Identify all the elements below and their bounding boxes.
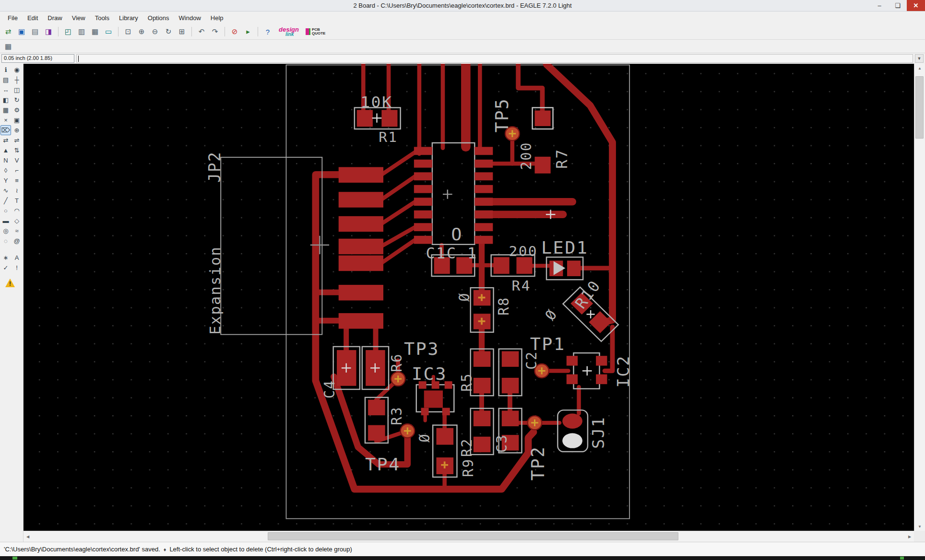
command-bar: 0.05 inch (2.00 1.85) ▼ [0,53,925,64]
menu-view[interactable]: View [67,12,90,23]
zoom-select-button[interactable]: ⊞ [176,26,188,38]
redo-button[interactable]: ↷ [209,26,221,38]
tool-add-button[interactable]: ⊕ [12,125,22,135]
tool-attribute-button[interactable]: @ [12,236,22,246]
sheet-thumbnail-button[interactable]: ◰ [62,26,74,38]
designlink-logo[interactable]: design link [279,27,299,36]
tool-signal-button[interactable]: ≈ [12,226,22,236]
tool-name-button[interactable]: N [0,155,11,165]
zoom-redraw-button[interactable]: ↻ [162,26,175,38]
menu-help[interactable]: Help [206,12,228,23]
monitor-button[interactable]: ▭ [102,26,115,38]
tool-split-button[interactable]: Y [0,175,11,186]
taskbar-app-icon[interactable] [12,557,17,560]
pcbquote-logo-line2: QUOTE [312,31,325,35]
tool-miter-button[interactable]: ⌐ [12,165,22,175]
title-bar: 2 Board - C:\Users\Bry\Documents\eagle\c… [0,0,925,12]
tool-arc-button[interactable]: ◠ [12,206,22,216]
scroll-up-button[interactable]: ▲ [914,64,925,72]
menu-options[interactable]: Options [143,12,174,23]
taskbar-tray-icon[interactable] [900,557,904,560]
close-button[interactable]: ✕ [907,0,925,11]
menu-file[interactable]: File [3,12,23,23]
tool-value-button[interactable]: V [12,155,22,165]
vertical-scroll-thumb[interactable] [915,76,924,139]
display-layers-button[interactable]: ▥ [75,26,88,38]
save-button[interactable]: ▣ [15,26,28,38]
tool-hole-button[interactable]: ◌ [0,236,11,246]
taskbar-sliver[interactable] [0,556,925,560]
tool-lock-button[interactable]: ▲ [0,145,11,155]
board-canvas[interactable]: 10K R1 TP5 200 R7 JP2 Expansion C1C 1 O … [24,64,914,531]
tool-mirror-button[interactable]: ◧ [0,95,11,105]
grid-settings-button[interactable]: ▦ [89,26,101,38]
command-history-dropdown[interactable]: ▼ [915,54,924,63]
menu-edit[interactable]: Edit [23,12,43,23]
tool-replace-button[interactable]: ⇌ [12,135,22,145]
pcb-drawing[interactable]: 10K R1 TP5 200 R7 JP2 Expansion C1C 1 O … [24,64,914,531]
label-ic2: IC2 [614,355,633,387]
tool-paste-button[interactable]: ▣ [12,115,22,125]
print-button[interactable]: ▤ [29,26,41,38]
tool-move-button[interactable]: ↔ [0,85,11,95]
minimize-button[interactable]: – [870,0,889,11]
tool-polygon-button[interactable]: ◇ [12,216,22,226]
tool-errors-button[interactable]: ! [12,263,22,273]
menu-draw[interactable]: Draw [43,12,67,23]
scroll-right-button[interactable]: ▶ [905,531,914,542]
tool-cut-button[interactable]: × [0,115,11,125]
scroll-left-button[interactable]: ◀ [24,531,32,542]
menu-window[interactable]: Window [174,12,206,23]
command-input[interactable] [76,54,913,63]
tool-optimize-button[interactable]: ≡ [12,175,22,186]
zoom-in-button[interactable]: ⊕ [135,26,148,38]
tool-text-button[interactable]: T [12,196,22,206]
grid-button[interactable]: ▦ [2,40,14,52]
horizontal-scroll-thumb[interactable] [268,532,678,540]
label-ic3: IC3 [412,363,447,384]
vertical-scrollbar[interactable]: ▲ ▼ [914,64,925,531]
tool-route-button[interactable]: ∿ [0,186,11,196]
tool-gateswap-button[interactable]: ⇅ [12,145,22,155]
tool-auto-button[interactable]: A [12,253,22,263]
pcbquote-logo[interactable]: PCB QUOTE [306,28,325,35]
tool-smash-button[interactable]: ◊ [0,165,11,175]
tool-circle-button[interactable]: ○ [0,206,11,216]
tool-copy-button[interactable]: ◫ [12,85,22,95]
tool-group-button[interactable]: ▦ [0,105,11,115]
tool-info-button[interactable]: ℹ [0,65,11,75]
tool-display-button[interactable]: ▤ [0,75,11,85]
warning-icon[interactable]: ! [5,279,16,288]
tool-rotate-button[interactable]: ↻ [12,95,22,105]
maximize-button[interactable]: ❏ [889,0,907,11]
horizontal-scroll-track[interactable] [32,531,905,542]
stop-button[interactable]: ⊘ [228,26,241,38]
tool-change-button[interactable]: ⚙ [12,105,22,115]
tool-mark-button[interactable]: ┼ [12,75,22,85]
menu-tools[interactable]: Tools [90,12,114,23]
tool-ripup-button[interactable]: ≀ [12,186,22,196]
help-button[interactable]: ? [261,26,274,38]
tool-ratsnest-button[interactable]: ∗ [0,253,11,263]
zoom-out-button[interactable]: ⊖ [149,26,161,38]
vertical-scroll-track[interactable] [914,72,925,522]
tool-rect-button[interactable]: ▬ [0,216,11,226]
label-tp5: TP5 [492,98,512,132]
tool-via-button[interactable]: ◎ [0,226,11,236]
tool-wire-button[interactable]: ╱ [0,196,11,206]
undo-button[interactable]: ↶ [195,26,208,38]
scroll-down-button[interactable]: ▼ [914,522,925,531]
horizontal-scrollbar[interactable]: ◀ ▶ [24,531,914,542]
zoom-fit-button[interactable]: ⊡ [122,26,134,38]
tool-pinswap-button[interactable]: ⇄ [0,135,11,145]
tool-drc-button[interactable]: ✓ [0,263,11,273]
cam-processor-button[interactable]: ◨ [42,26,55,38]
tool-delete-button[interactable]: ⌦ [0,125,11,135]
go-button[interactable]: ▸ [242,26,254,38]
toolbar-separator [118,27,119,36]
tool-show-button[interactable]: ◉ [12,65,22,75]
switch-editor-button[interactable]: ⇄ [2,26,14,38]
menu-library[interactable]: Library [114,12,143,23]
label-tp4: TP4 [365,454,401,475]
label-pin1-mark: O [451,224,463,245]
